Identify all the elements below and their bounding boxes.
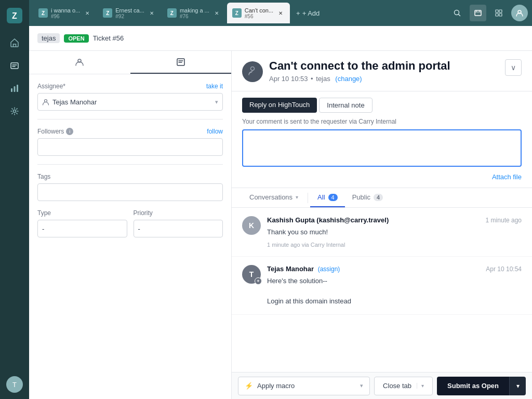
tab-2-icon: Z bbox=[103, 8, 112, 18]
assignee-chevron-icon: ▾ bbox=[215, 99, 218, 105]
close-tab-chevron-icon: ▾ bbox=[417, 383, 424, 389]
divider-1 bbox=[37, 119, 223, 119]
reply-tab-internal[interactable]: Internal note bbox=[319, 98, 372, 113]
logo: Z bbox=[5, 6, 24, 25]
conv-tab-all[interactable]: All 4 bbox=[310, 188, 345, 207]
tab-2-close[interactable]: ✕ bbox=[148, 9, 156, 17]
attach-file-area: Attach file bbox=[242, 172, 522, 181]
compose-button[interactable] bbox=[470, 5, 486, 21]
sidebar-item-home[interactable] bbox=[5, 33, 24, 52]
tab-1-info: i wanna o... #96 bbox=[51, 7, 80, 19]
tab-2-num: #92 bbox=[115, 14, 144, 19]
sidebar-item-tickets[interactable] bbox=[5, 56, 24, 75]
message-2-text: Here's the solution-- Login at this doma… bbox=[267, 276, 522, 307]
conv-tab-conversations[interactable]: Conversations ▾ bbox=[242, 188, 305, 207]
attach-file-link[interactable]: Attach file bbox=[492, 173, 522, 181]
message-1-time: 1 minute ago bbox=[486, 217, 522, 224]
type-priority-row: Type - Question Incident Problem Task bbox=[37, 209, 223, 237]
tab-3-num: #76 bbox=[180, 14, 209, 19]
submit-open-button[interactable]: Submit as Open bbox=[437, 377, 509, 395]
ticket-meta: Apr 10 10:53 • tejas (change) bbox=[269, 75, 450, 83]
left-panel-tab-requester[interactable] bbox=[29, 51, 130, 74]
followers-input[interactable] bbox=[37, 138, 223, 156]
message-1-meta: Kashish Gupta (kashish@carry.travel) 1 m… bbox=[267, 216, 522, 224]
tab-1-icon: Z bbox=[38, 8, 48, 18]
user-avatar-button[interactable] bbox=[511, 5, 528, 21]
tab-1-num: #96 bbox=[51, 14, 80, 19]
breadcrumb-bar: tejas OPEN Ticket #56 bbox=[29, 26, 532, 51]
close-tab-button[interactable]: Close tab ▾ bbox=[374, 377, 433, 395]
tab-4-close[interactable]: ✕ bbox=[276, 9, 285, 17]
public-count-badge: 4 bbox=[374, 194, 383, 201]
apply-macro-button[interactable]: ⚡ Apply macro ▾ bbox=[238, 377, 370, 395]
take-it-link[interactable]: take it bbox=[206, 83, 223, 90]
grid-button[interactable] bbox=[490, 5, 507, 21]
svg-rect-5 bbox=[17, 85, 18, 92]
followers-info-icon[interactable]: i bbox=[66, 128, 73, 135]
sidebar-item-settings[interactable] bbox=[5, 102, 24, 121]
sidebar-bottom-avatar[interactable]: T bbox=[6, 376, 23, 399]
submit-chevron-button[interactable]: ▾ bbox=[509, 377, 526, 395]
type-select[interactable]: - Question Incident Problem Task bbox=[37, 220, 127, 237]
all-count-badge: 4 bbox=[328, 194, 338, 201]
close-tab-label: Close tab bbox=[383, 382, 411, 390]
tags-label: Tags bbox=[37, 173, 223, 180]
submit-chevron-icon: ▾ bbox=[516, 382, 520, 390]
reply-description: Your comment is sent to the requester vi… bbox=[242, 118, 522, 125]
followers-field: Followers i follow bbox=[37, 128, 223, 156]
tab-bar-actions bbox=[449, 5, 528, 21]
assignee-person-icon bbox=[42, 98, 49, 105]
conv-tab-divider bbox=[308, 193, 308, 203]
svg-rect-11 bbox=[496, 14, 498, 16]
divider-2 bbox=[37, 164, 223, 165]
priority-label: Priority bbox=[134, 209, 223, 217]
reply-tab-hightouch[interactable]: Reply on HighTouch bbox=[242, 98, 317, 113]
tags-input[interactable] bbox=[37, 183, 223, 201]
tab-4-info: Can't con... #56 bbox=[245, 7, 273, 19]
breadcrumb-ticket: Ticket #56 bbox=[93, 34, 124, 42]
tab-3-close[interactable]: ✕ bbox=[212, 9, 221, 17]
tags-field: Tags bbox=[37, 173, 223, 201]
left-panel-tabs bbox=[29, 51, 231, 74]
status-badge: OPEN bbox=[64, 34, 88, 43]
tab-4-title: Can't con... bbox=[245, 7, 273, 14]
tab-3[interactable]: Z making a ... #76 ✕ bbox=[162, 3, 226, 23]
messages-area: K Kashish Gupta (kashish@carry.travel) 1… bbox=[232, 208, 532, 372]
svg-rect-8 bbox=[475, 10, 481, 16]
priority-select[interactable]: - Low Normal High Urgent bbox=[134, 220, 223, 237]
left-panel-tab-details[interactable] bbox=[130, 51, 232, 74]
message-2-avatar: T + bbox=[242, 265, 261, 284]
follow-link[interactable]: follow bbox=[207, 128, 223, 135]
lightning-icon: ⚡ bbox=[245, 382, 253, 390]
type-label: Type bbox=[37, 209, 127, 217]
assignee-select[interactable]: Tejas Manohar ▾ bbox=[37, 93, 223, 111]
tab-1[interactable]: Z i wanna o... #96 ✕ bbox=[33, 3, 97, 23]
collapse-button[interactable]: ∨ bbox=[505, 59, 522, 76]
search-button[interactable] bbox=[449, 5, 466, 21]
submit-group: Submit as Open ▾ bbox=[437, 377, 526, 395]
tab-2[interactable]: Z Ernest ca... #92 ✕ bbox=[98, 3, 161, 23]
right-column: Can't connect to the admin portal Apr 10… bbox=[232, 51, 532, 399]
message-2-sender: Tejas Manohar (assign) bbox=[267, 265, 340, 273]
tab-4-num: #56 bbox=[245, 14, 273, 19]
left-panel: Assignee* take it Tejas Manohar ▾ bbox=[29, 51, 232, 399]
add-tab-button[interactable]: + + Add bbox=[291, 6, 325, 20]
message-1-body: Kashish Gupta (kashish@carry.travel) 1 m… bbox=[267, 216, 522, 248]
plus-icon: + bbox=[296, 9, 300, 17]
conversation-tabs: Conversations ▾ All 4 Public 4 bbox=[232, 188, 532, 208]
svg-rect-4 bbox=[14, 86, 16, 92]
tab-1-close[interactable]: ✕ bbox=[83, 9, 91, 17]
tab-3-info: making a ... #76 bbox=[180, 7, 209, 19]
message-1-avatar: K bbox=[242, 216, 261, 235]
content-below-tabs: tejas OPEN Ticket #56 bbox=[29, 26, 532, 399]
assign-link[interactable]: (assign) bbox=[318, 265, 340, 273]
message-2-plus-icon: + bbox=[255, 277, 262, 285]
tab-4[interactable]: Z Can't con... #56 ✕ bbox=[227, 3, 290, 23]
reply-textarea[interactable] bbox=[242, 129, 522, 167]
conv-tab-public[interactable]: Public 4 bbox=[345, 188, 391, 207]
tab-bar: Z i wanna o... #96 ✕ Z Ernest ca... #92 … bbox=[29, 0, 532, 26]
bottom-toolbar: ⚡ Apply macro ▾ Close tab ▾ Submit as Op… bbox=[232, 372, 532, 399]
assignee-label: Assignee* take it bbox=[37, 83, 223, 90]
sidebar-item-reports[interactable] bbox=[5, 79, 24, 98]
change-link[interactable]: (change) bbox=[335, 75, 362, 83]
